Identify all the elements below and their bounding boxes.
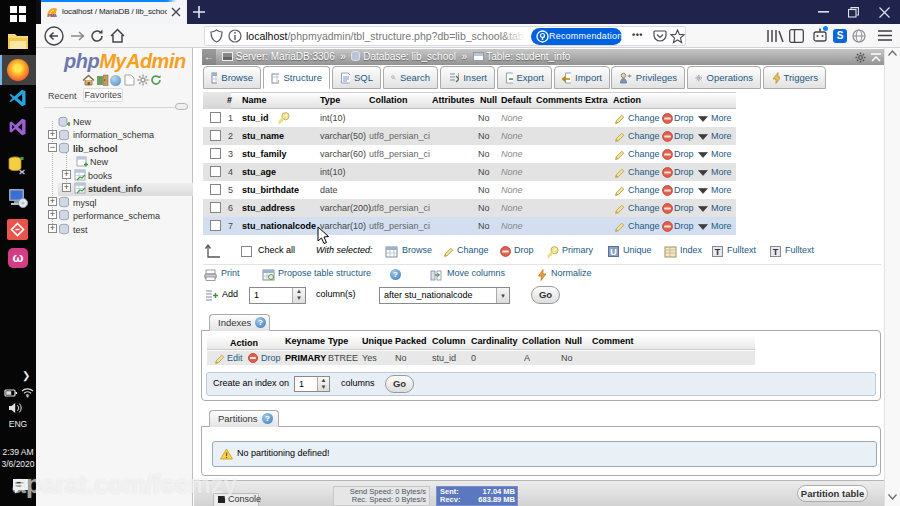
- svg-text:PMA: PMA: [48, 13, 57, 18]
